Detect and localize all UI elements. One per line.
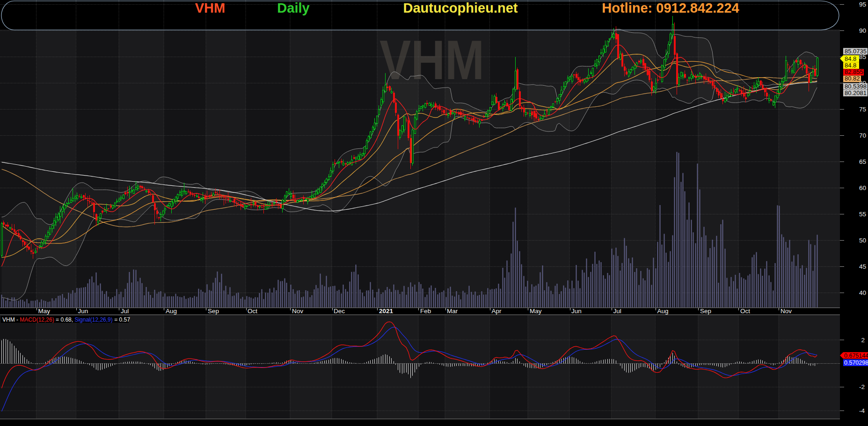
svg-text:50: 50 (859, 237, 866, 244)
svg-text:70: 70 (859, 132, 866, 139)
svg-text:80.5398: 80.5398 (845, 83, 867, 90)
svg-text:2021: 2021 (379, 308, 394, 315)
svg-text:Oct: Oct (740, 308, 750, 315)
svg-text:75: 75 (859, 106, 866, 113)
svg-text:85.0735: 85.0735 (845, 48, 867, 55)
svg-text:Jul: Jul (121, 308, 129, 315)
svg-text:80.2081: 80.2081 (845, 89, 867, 96)
svg-text:Oct: Oct (248, 308, 257, 315)
svg-text:Feb: Feb (420, 308, 431, 315)
svg-text:40: 40 (859, 289, 866, 296)
svg-text:Sep: Sep (208, 308, 219, 315)
svg-text:Jun: Jun (78, 308, 88, 315)
svg-text:Nov: Nov (780, 308, 792, 315)
svg-text:May: May (38, 308, 51, 315)
svg-text:May: May (530, 308, 542, 315)
svg-text:90: 90 (859, 27, 866, 34)
svg-text:60: 60 (859, 184, 866, 191)
svg-text:45: 45 (859, 263, 866, 270)
svg-text:0.570298: 0.570298 (844, 360, 868, 366)
svg-text:2: 2 (861, 337, 865, 344)
svg-text:Sep: Sep (700, 308, 711, 315)
svg-text:65: 65 (859, 158, 866, 165)
svg-text:Apr: Apr (492, 308, 502, 315)
svg-text:55: 55 (859, 211, 866, 218)
svg-text:Dautucophieu.net: Dautucophieu.net (403, 0, 518, 15)
svg-text:VHM - MACD(12,26) = 0.68, Sign: VHM - MACD(12,26) = 0.68, Signal(12,26,9… (2, 316, 130, 323)
svg-text:-4: -4 (859, 407, 865, 414)
svg-text:84.8: 84.8 (845, 62, 856, 69)
svg-text:84.8: 84.8 (845, 55, 856, 62)
svg-text:95: 95 (859, 1, 866, 8)
svg-text:Nov: Nov (292, 308, 303, 315)
svg-text:Aug: Aug (657, 308, 669, 315)
svg-text:Hotline: 0912.842.224: Hotline: 0912.842.224 (602, 0, 739, 15)
svg-text:VHM: VHM (195, 0, 225, 15)
svg-text:Aug: Aug (166, 308, 177, 315)
svg-text:80.82: 80.82 (845, 75, 860, 82)
svg-text:Dec: Dec (334, 308, 345, 315)
svg-text:82.855: 82.855 (845, 68, 863, 75)
svg-text:Daily: Daily (277, 0, 309, 15)
svg-text:Jun: Jun (571, 308, 582, 315)
svg-text:Mar: Mar (447, 308, 458, 315)
svg-text:Jul: Jul (613, 308, 621, 315)
svg-text:-2: -2 (859, 383, 865, 390)
svg-text:0.675144: 0.675144 (844, 353, 868, 359)
